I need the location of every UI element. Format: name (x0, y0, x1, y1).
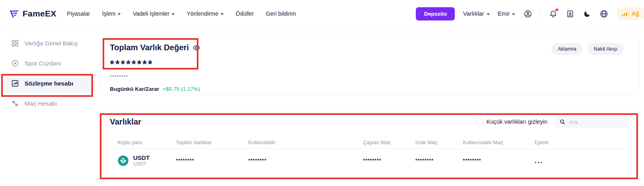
network-status-button[interactable]: Ağ (617, 7, 644, 20)
col-header: Kripto para (118, 140, 176, 145)
cell-used-margin: ******** (463, 158, 535, 164)
network-label: Ağ (632, 10, 639, 17)
asset-search[interactable] (555, 116, 629, 128)
total-asset-masked-value: ******** (110, 60, 629, 69)
sidebar: Varlığa Genel Bakış Spot Cüzdanı Sözleşm… (0, 28, 100, 182)
sidebar-item-margin-account[interactable]: Marj Hesabı (3, 94, 95, 112)
assets-title: Varlıklar (110, 117, 141, 127)
grid-icon (11, 39, 19, 47)
col-header: İzole Marj (415, 140, 463, 145)
pnl-label: Bugünkü Kar/Zarar (110, 86, 159, 92)
chevron-down-icon (118, 13, 121, 15)
hide-small-assets-checkbox[interactable]: Küçük varlıkları gizleyin (476, 118, 548, 125)
eye-icon[interactable] (192, 44, 200, 52)
sidebar-item-spot-wallet[interactable]: Spot Cüzdanı (3, 54, 95, 72)
orders-menu[interactable]: Emir (498, 10, 516, 17)
main-nav: Piyasalar İşlem Vadeli İşlemler Yönlendi… (67, 10, 296, 17)
deposit-button[interactable]: Depozito (416, 7, 455, 20)
nav-futures[interactable]: Vadeli İşlemler (133, 10, 175, 17)
brand-logo[interactable]: FameEX (9, 8, 56, 19)
sidebar-item-label: Spot Cüzdanı (25, 60, 61, 67)
top-nav: FameEX Piyasalar İşlem Vadeli İşlemler Y… (0, 0, 644, 28)
col-header: Toplam Varlıklar (176, 140, 248, 145)
nav-trade[interactable]: İşlem (102, 10, 121, 17)
sidebar-item-asset-overview[interactable]: Varlığa Genel Bakış (3, 34, 95, 52)
hide-small-assets-label: Küçük varlıkları gizleyin (487, 119, 548, 125)
signal-bars-icon (622, 11, 629, 16)
pnl-value: +$0.75 (1.17%) (163, 86, 200, 92)
cell-available: ******** (248, 158, 363, 164)
nav-divider (540, 10, 541, 17)
main-content: Toplam Varlık Değeri ******** ******** B… (100, 28, 644, 182)
notification-dot (555, 8, 558, 11)
cash-flow-button[interactable]: Nakit Akışı (588, 43, 623, 55)
chevron-down-icon (221, 13, 224, 15)
chevron-down-icon (171, 13, 175, 15)
sidebar-item-label: Sözleşme hesabı (25, 80, 73, 87)
target-icon (11, 59, 19, 67)
total-asset-card: Toplam Varlık Değeri ******** ******** B… (100, 35, 639, 95)
search-icon (559, 119, 566, 125)
col-header: Kullanımdaki Marj (463, 140, 535, 145)
bell-icon[interactable] (549, 9, 557, 18)
cell-total: ******** (176, 158, 248, 164)
deposit-tray-icon[interactable] (566, 9, 574, 18)
transfer-button[interactable]: Aktarma (551, 43, 582, 55)
assets-card: Varlıklar Küçük varlıkları gizleyin (100, 107, 639, 182)
total-asset-title: Toplam Varlık Değeri (110, 43, 189, 52)
user-icon[interactable] (523, 9, 532, 18)
chevron-down-icon (487, 13, 490, 15)
globe-icon[interactable] (599, 9, 608, 18)
sidebar-item-label: Varlığa Genel Bakış (25, 40, 78, 47)
usdt-icon (118, 155, 129, 166)
total-asset-masked-subvalue: ******** (110, 76, 629, 80)
moon-icon[interactable] (582, 9, 591, 18)
assets-menu[interactable]: Varlıklar (463, 10, 489, 17)
coin-symbol: USDT (133, 154, 150, 161)
sidebar-item-label: Marj Hesabı (25, 100, 57, 107)
col-header: Kullanılabilir (248, 140, 363, 145)
nav-feedback[interactable]: Geri bildirim (266, 10, 296, 17)
fameex-logo-icon (9, 8, 19, 19)
col-header: Çapraz Marj (363, 140, 415, 145)
coin-name: USDT (133, 161, 150, 167)
nav-rewards[interactable]: Ödüller (236, 10, 254, 17)
nav-markets[interactable]: Piyasalar (67, 10, 90, 17)
brand-name: FameEX (23, 9, 56, 18)
nav-referral[interactable]: Yönlendirme (187, 10, 224, 17)
cell-isolated-margin: ******** (415, 158, 463, 164)
search-input[interactable] (569, 119, 624, 125)
col-header: Eylem (535, 140, 629, 145)
margin-icon (11, 100, 19, 107)
checkbox-icon[interactable] (476, 118, 483, 125)
contract-chart-icon (11, 80, 19, 87)
table-row-usdt[interactable]: USDT USDT ******** ******** ******** ***… (118, 149, 629, 172)
sidebar-item-contract-account[interactable]: Sözleşme hesabı (3, 74, 95, 92)
cell-cross-margin: ******** (363, 158, 415, 164)
chevron-down-icon (512, 13, 515, 15)
assets-table-header: Kripto para Toplam Varlıklar Kullanılabi… (118, 137, 629, 149)
row-actions-button[interactable]: ... (535, 159, 629, 162)
